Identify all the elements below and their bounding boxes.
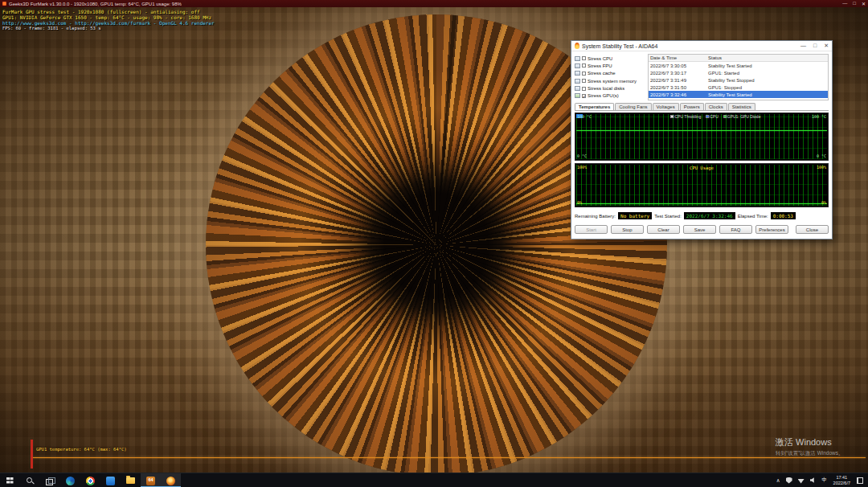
system-tray: ∧ 中 17:41 2022/6/7: [773, 473, 868, 487]
stress-item[interactable]: Stress cache: [575, 70, 645, 77]
tab[interactable]: Temperatures: [575, 103, 614, 110]
stress-item[interactable]: Stress system memory: [575, 77, 645, 84]
legend-color-swatch: [723, 115, 727, 118]
test-started-value: 2022/6/7 3:32:46: [684, 212, 735, 219]
aida64-titlebar[interactable]: System Stability Test - AIDA64 — □ ✕: [571, 41, 832, 51]
shield-icon: [786, 477, 792, 484]
log-row[interactable]: 2022/6/7 3:31:50 GPU1: Stopped: [649, 84, 828, 91]
temperature-graph: 100 °C 0 °C 100 °C 0 °C CPU Throttling C…: [575, 113, 829, 161]
dialog-button[interactable]: Clear: [647, 225, 680, 234]
volume-tray-button[interactable]: [807, 473, 819, 487]
minimize-button[interactable]: —: [842, 1, 847, 6]
notification-icon: [857, 477, 863, 484]
minimize-button[interactable]: —: [800, 43, 806, 49]
log-datetime: 2022/6/7 3:30:17: [649, 71, 706, 76]
legend-item[interactable]: GPU1: GPU Diode: [723, 114, 761, 119]
log-datetime: 2022/6/7 3:31:49: [649, 78, 706, 83]
tab[interactable]: Cooling Fans: [615, 103, 651, 110]
close-button[interactable]: ✕: [862, 1, 866, 6]
app-glyph: [46, 477, 55, 485]
dialog-button[interactable]: Save: [683, 225, 716, 234]
show-hidden-icons-button[interactable]: ∧: [773, 473, 783, 487]
stress-item[interactable]: Stress FPU: [575, 62, 645, 69]
app-glyph: [166, 477, 175, 485]
stress-label: Stress FPU: [588, 63, 612, 68]
log-row[interactable]: 2022/6/7 3:31:49 Stability Test Stopped: [649, 76, 828, 84]
app-glyph: [126, 477, 135, 484]
temp-max-label-right: 100 °C: [812, 115, 826, 119]
device-icon: [575, 86, 580, 91]
edge-icon[interactable]: [60, 473, 80, 487]
stress-item[interactable]: Stress local disks: [575, 85, 645, 92]
log-status: GPU1: Stopped: [706, 85, 828, 90]
tab[interactable]: Statistics: [728, 103, 755, 110]
flame-icon: [575, 43, 579, 49]
aida64-window-title: System Stability Test - AIDA64: [582, 43, 657, 49]
network-tray-button[interactable]: [795, 473, 807, 487]
taskbar: 64 ∧ 中 17:41 2022/6/7: [0, 473, 868, 487]
osd-line-3: http://www.geeks3d.com - http://geeks3d.…: [2, 20, 215, 26]
app-glyph: [86, 477, 95, 485]
security-tray-button[interactable]: [783, 473, 795, 487]
furmark-titlebar[interactable]: Geeks3D FurMark v1.30.0.0 - 1920x1080, G…: [0, 0, 868, 7]
close-button[interactable]: Close: [796, 225, 829, 234]
stress-checkbox[interactable]: [582, 94, 586, 98]
start-button[interactable]: [0, 473, 20, 487]
furmark-temp-label: GPU1 temperature: 64°C (max: 64°C): [36, 447, 127, 452]
stress-checkbox[interactable]: [582, 63, 586, 68]
legend-label: CPU: [710, 114, 719, 119]
stress-label: Stress CPU: [588, 56, 612, 61]
tab[interactable]: Powers: [680, 103, 704, 110]
volume-icon: [810, 477, 817, 484]
legend-label: CPU Throttling: [674, 114, 701, 119]
maximize-button[interactable]: □: [853, 1, 856, 6]
file-explorer-icon[interactable]: [121, 473, 141, 487]
furmark-app-icon: [2, 2, 6, 6]
stress-item[interactable]: Stress CPU: [575, 55, 645, 62]
usage-min-label-right: 0%: [821, 201, 826, 205]
aida64-icon[interactable]: 64: [141, 473, 161, 487]
dialog-button[interactable]: Preferences: [755, 225, 788, 234]
language-indicator[interactable]: 中: [819, 473, 830, 487]
tab[interactable]: Voltages: [653, 103, 679, 110]
furmark-red-bar: [31, 440, 33, 469]
maximize-button[interactable]: □: [813, 43, 817, 49]
stress-checkbox[interactable]: [582, 72, 586, 76]
stress-checkbox[interactable]: [582, 79, 586, 83]
task-view-button[interactable]: [40, 473, 60, 487]
log-column-status[interactable]: Status: [706, 55, 828, 60]
log-row[interactable]: 2022/6/7 3:30:05 Stability Test Started: [649, 62, 828, 69]
battery-label: Remaining Battery:: [575, 214, 616, 219]
log-row[interactable]: 2022/6/7 3:30:17 GPU1: Started: [649, 69, 828, 76]
dialog-button[interactable]: Start: [575, 225, 608, 234]
log-status: GPU1: Started: [706, 71, 828, 76]
dialog-button[interactable]: FAQ: [719, 225, 752, 234]
legend-item[interactable]: CPU Throttling: [670, 114, 701, 119]
app-glyph: [6, 477, 14, 485]
tab[interactable]: Clocks: [705, 103, 727, 110]
close-icon[interactable]: ✕: [824, 43, 829, 49]
log-status: Stability Test Started: [706, 63, 828, 68]
stress-checkbox[interactable]: [582, 56, 586, 60]
stress-label: Stress local disks: [588, 86, 624, 91]
dialog-button[interactable]: Stop: [611, 225, 644, 234]
furmark-window-title: Geeks3D FurMark v1.30.0.0 - 1920x1080, G…: [9, 2, 182, 6]
app-icon-blue[interactable]: [100, 473, 121, 487]
stress-label: Stress system memory: [588, 79, 637, 84]
temp-min-label-right: 0 °C: [817, 154, 826, 158]
device-icon: [575, 71, 580, 76]
log-row[interactable]: 2022/6/7 3:32:46 Stability Test Started: [649, 91, 828, 98]
clock-date: 2022/6/7: [833, 481, 850, 486]
taskbar-clock[interactable]: 17:41 2022/6/7: [830, 475, 854, 485]
usage-min-label: 0%: [577, 201, 582, 205]
chrome-icon[interactable]: [80, 473, 100, 487]
watermark-line-2: 转到“设置”以激活 Windows。: [776, 450, 844, 457]
stress-item[interactable]: Stress GPU(s): [575, 92, 645, 100]
graph-tab-bar: Temperatures Cooling Fans Voltages Power…: [575, 102, 829, 111]
action-center-button[interactable]: [854, 473, 866, 487]
stress-checkbox[interactable]: [582, 87, 586, 91]
log-column-datetime[interactable]: Date & Time: [649, 55, 706, 60]
legend-item[interactable]: CPU: [706, 114, 719, 119]
furmark-icon[interactable]: [161, 473, 181, 487]
search-button[interactable]: [20, 473, 40, 487]
